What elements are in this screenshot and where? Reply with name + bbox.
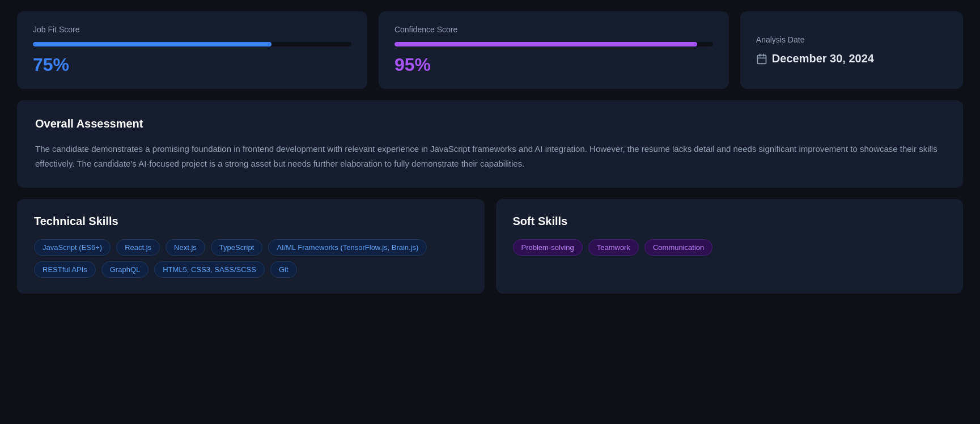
technical-skill-tag: Git — [270, 261, 297, 278]
svg-rect-0 — [757, 55, 766, 63]
top-cards-row: Job Fit Score 75% Confidence Score 95% A… — [17, 11, 963, 89]
overall-assessment-card: Overall Assessment The candidate demonst… — [17, 100, 963, 188]
analysis-date-value: December 30, 2024 — [756, 52, 947, 65]
job-fit-progress-bar — [33, 42, 271, 46]
soft-skill-tag: Teamwork — [588, 239, 639, 256]
technical-skills-tags: JavaScript (ES6+)React.jsNext.jsTypeScri… — [34, 239, 468, 278]
soft-skills-title: Soft Skills — [513, 215, 947, 228]
job-fit-card: Job Fit Score 75% — [17, 11, 367, 89]
technical-skill-tag: JavaScript (ES6+) — [34, 239, 111, 256]
soft-skill-tag: Communication — [644, 239, 712, 256]
confidence-label: Confidence Score — [394, 25, 713, 34]
technical-skill-tag: HTML5, CSS3, SASS/SCSS — [154, 261, 265, 278]
job-fit-label: Job Fit Score — [33, 25, 351, 34]
confidence-progress-bar — [394, 42, 697, 46]
overall-assessment-text: The candidate demonstrates a promising f… — [35, 142, 945, 171]
confidence-card: Confidence Score 95% — [379, 11, 729, 89]
skills-row: Technical Skills JavaScript (ES6+)React.… — [17, 199, 963, 294]
soft-skills-card: Soft Skills Problem-solvingTeamworkCommu… — [496, 199, 964, 294]
technical-skill-tag: React.js — [116, 239, 160, 256]
technical-skill-tag: AI/ML Frameworks (TensorFlow.js, Brain.j… — [268, 239, 427, 256]
soft-skills-tags: Problem-solvingTeamworkCommunication — [513, 239, 947, 256]
technical-skills-title: Technical Skills — [34, 215, 468, 228]
technical-skills-card: Technical Skills JavaScript (ES6+)React.… — [17, 199, 485, 294]
technical-skill-tag: RESTful APIs — [34, 261, 96, 278]
analysis-date-card: Analysis Date December 30, 2024 — [740, 11, 963, 89]
confidence-progress-container — [394, 42, 713, 46]
confidence-value: 95% — [394, 54, 713, 75]
job-fit-value: 75% — [33, 54, 351, 75]
calendar-icon — [756, 53, 767, 65]
technical-skill-tag: GraphQL — [101, 261, 149, 278]
soft-skill-tag: Problem-solving — [513, 239, 583, 256]
technical-skill-tag: Next.js — [166, 239, 205, 256]
analysis-date-text: December 30, 2024 — [772, 52, 874, 65]
job-fit-progress-container — [33, 42, 351, 46]
technical-skill-tag: TypeScript — [211, 239, 262, 256]
analysis-date-label: Analysis Date — [756, 35, 947, 44]
overall-assessment-title: Overall Assessment — [35, 117, 945, 130]
